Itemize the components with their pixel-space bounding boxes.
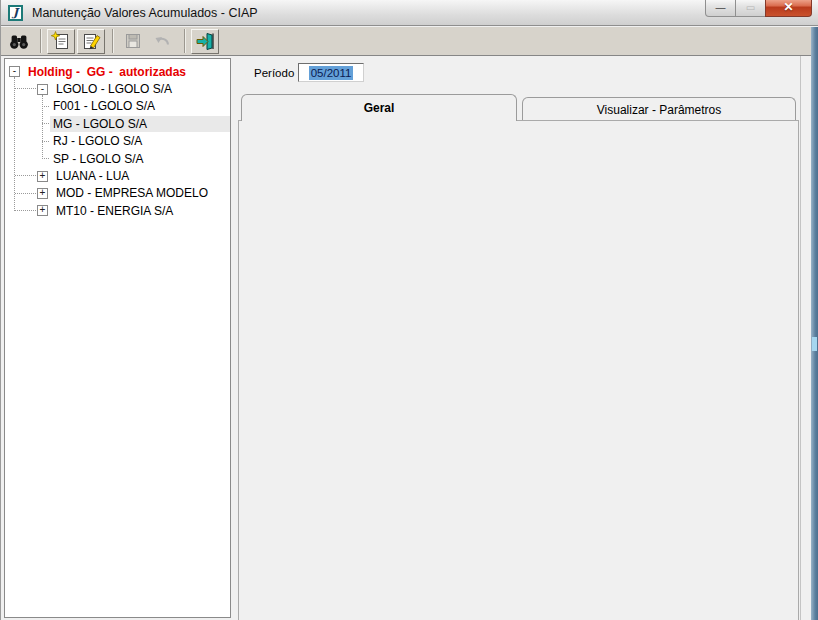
tab-visualizar-parametros[interactable]: Visualizar - Parâmetros [522, 97, 796, 121]
close-button[interactable]: ✕ [765, 0, 812, 17]
periodo-value: 05/2011 [309, 66, 354, 80]
exit-door-icon [195, 31, 215, 51]
periodo-field[interactable]: 05/2011 [298, 63, 364, 82]
company-tree: - Holding - GG - autorizadas - LGOLO - L… [4, 58, 231, 618]
floppy-disk-icon [123, 31, 143, 51]
tree-item-lgolo[interactable]: - LGOLO - LGOLO S/A [5, 80, 230, 97]
edit-document-icon [81, 31, 101, 51]
tree-item-mt10[interactable]: + MT10 - ENERGIA S/A [5, 202, 230, 219]
window-edge-strip [811, 27, 818, 620]
tree-item-mg[interactable]: MG - LGOLO S/A [5, 115, 230, 132]
new-document-icon [51, 31, 71, 51]
new-record-button[interactable] [47, 29, 75, 54]
tree-item-luana[interactable]: + LUANA - LUA [5, 167, 230, 184]
tree-item-sp[interactable]: SP - LGOLO S/A [5, 150, 230, 167]
save-button [119, 29, 147, 54]
find-button[interactable] [5, 29, 33, 54]
tab-geral[interactable]: Geral [241, 94, 517, 121]
toolbar-separator [40, 29, 42, 53]
toolbar-separator [184, 29, 186, 53]
expand-icon[interactable]: + [37, 205, 48, 216]
binoculars-icon [9, 31, 29, 51]
expand-icon[interactable]: + [37, 171, 48, 182]
tree-item-f001[interactable]: F001 - LGOLO S/A [5, 98, 230, 115]
edit-record-button[interactable] [77, 29, 105, 54]
expand-icon[interactable]: + [37, 188, 48, 199]
undo-button [149, 29, 177, 54]
tree-item-mod[interactable]: + MOD - EMPRESA MODELO [5, 185, 230, 202]
tree-item-rj[interactable]: RJ - LGOLO S/A [5, 133, 230, 150]
minimize-button[interactable]: — [705, 0, 736, 17]
tree-item-holding[interactable]: - Holding - GG - autorizadas [5, 63, 230, 80]
collapse-icon[interactable]: - [37, 84, 48, 95]
window-title: Manutenção Valores Acumulados - CIAP [32, 0, 258, 26]
app-icon: J [8, 5, 23, 21]
window-controls: — ▭ ✕ [705, 0, 812, 17]
exit-button[interactable] [191, 29, 219, 54]
periodo-label: Período [254, 67, 294, 79]
toolbar [1, 27, 818, 56]
edge-scroll-thumb[interactable] [812, 337, 817, 351]
toolbar-separator [112, 29, 114, 53]
maximize-button: ▭ [736, 0, 765, 17]
collapse-icon[interactable]: - [9, 66, 20, 77]
tab-content-pane [238, 120, 799, 620]
undo-arrow-icon [153, 31, 173, 51]
titlebar: J Manutenção Valores Acumulados - CIAP —… [1, 0, 818, 26]
